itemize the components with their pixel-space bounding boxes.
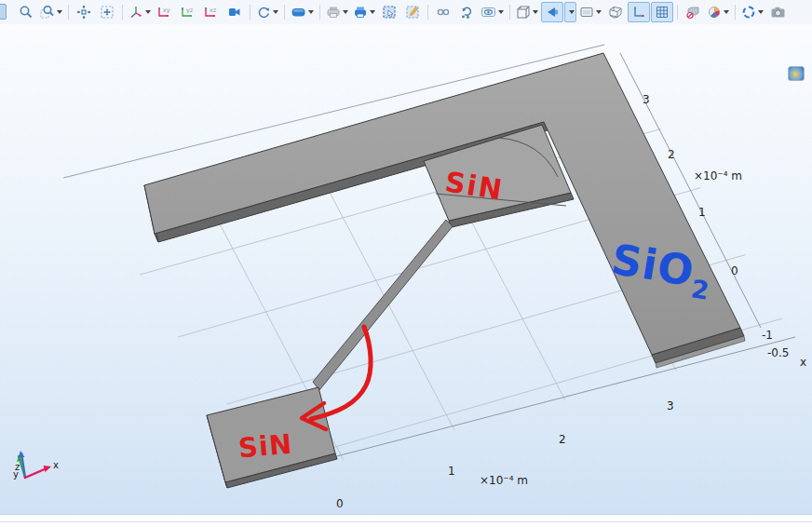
zoom-box-icon <box>40 5 55 20</box>
toolbar-separator <box>319 5 320 20</box>
go-to-yz-view-button[interactable]: yz <box>177 2 199 22</box>
zoom-extents-button[interactable] <box>73 2 95 22</box>
xy-view-icon: xy <box>156 5 173 20</box>
zoom-to-selection-button[interactable] <box>96 2 118 22</box>
rotate-dropdown[interactable] <box>273 10 278 14</box>
projection-dropdown-caret <box>569 10 575 14</box>
grid-icon <box>655 5 670 20</box>
xz-view-icon: xz <box>203 5 220 20</box>
y-axis-unit: ×10⁻⁴ m <box>694 169 742 182</box>
svg-text:xy: xy <box>163 7 170 14</box>
scene-light-button[interactable] <box>289 2 316 22</box>
zoom-out-button[interactable] <box>15 2 37 22</box>
visibility-icon <box>480 5 496 20</box>
visibility-button[interactable] <box>479 2 506 22</box>
color-theme-icon <box>707 5 722 20</box>
y-axis-tick: 1 <box>698 206 706 219</box>
reset-hiding-button[interactable] <box>455 2 478 22</box>
z-axis-tick: -0.5 <box>767 346 789 359</box>
y-axis-tick: 2 <box>668 148 675 161</box>
print-dropdown[interactable] <box>343 10 348 14</box>
x-axis-unit: ×10⁻⁴ m <box>480 474 528 487</box>
tether-beam[interactable] <box>313 220 453 390</box>
orientation-triad <box>17 451 51 478</box>
show-axis-orientation-button[interactable] <box>628 2 650 22</box>
transparency-dropdown[interactable] <box>533 10 538 14</box>
image-snapshot-dropdown[interactable] <box>370 10 375 14</box>
svg-text:xz: xz <box>210 7 217 14</box>
y-axis-tick: 0 <box>731 264 738 277</box>
image-snapshot-button[interactable] <box>351 2 377 22</box>
color-theme-dropdown[interactable] <box>724 10 729 14</box>
x-axis-tick: 2 <box>559 433 566 446</box>
projection-icon <box>545 5 560 20</box>
toolbar-separator <box>250 5 250 20</box>
toolbar-separator <box>427 5 428 20</box>
x-axis-tick: 3 <box>667 399 674 412</box>
triad-x-label: x <box>53 460 59 470</box>
visibility-dropdown[interactable] <box>498 10 504 14</box>
toolbar-separator <box>122 5 123 20</box>
toolbar-separator <box>284 5 285 20</box>
linked-views-icon <box>436 5 451 20</box>
clear-selection-brush-button[interactable] <box>401 2 424 22</box>
rotate-view-button[interactable] <box>254 2 280 22</box>
scene-window-icon <box>579 5 594 20</box>
linked-views-button[interactable] <box>432 2 454 22</box>
snapshot-camera-button[interactable] <box>766 2 789 22</box>
rotate-icon <box>256 5 271 20</box>
triad-y-label: y <box>13 469 19 480</box>
update-scene-button[interactable] <box>739 2 765 22</box>
projection-button[interactable] <box>541 2 563 22</box>
print-button[interactable] <box>324 2 350 22</box>
graphics-viewport[interactable]: 3 2 ×10⁻⁴ m 1 0 -1 -0.5 x 3 2 1 ×10⁻⁴ m … <box>0 24 812 515</box>
yz-view-icon: yz <box>180 5 196 20</box>
wireframe-icon <box>608 5 623 20</box>
toolbar-separator <box>68 5 69 20</box>
movie-camera-button[interactable] <box>223 2 246 22</box>
graphics-toolbar: xy yz xz <box>0 0 812 24</box>
go-to-xy-view-button[interactable]: xy <box>154 2 176 22</box>
brush-icon <box>405 5 420 20</box>
toolbar-separator <box>735 5 736 20</box>
scene-window-button[interactable] <box>577 2 603 22</box>
x-axis-tick: 0 <box>336 497 344 510</box>
panel-divider <box>0 521 812 522</box>
zoom-out-icon <box>19 5 34 20</box>
clipped-toolbar-icon <box>0 4 7 20</box>
zoom-extents-icon <box>76 5 91 20</box>
svg-text:yz: yz <box>186 7 194 14</box>
select-box-button[interactable] <box>378 2 400 22</box>
image-snapshot-icon <box>353 5 368 20</box>
x-axis-tick: 1 <box>448 465 455 478</box>
x-axis-line <box>279 337 795 471</box>
toolbar-separator <box>677 5 678 20</box>
transparency-icon <box>516 5 531 20</box>
default-3d-view-icon <box>129 5 143 20</box>
print-icon <box>326 5 341 20</box>
go-to-default-3d-view-button[interactable] <box>127 2 153 22</box>
select-box-icon <box>382 5 397 20</box>
projection-dropdown[interactable] <box>564 2 576 22</box>
scene-window-dropdown[interactable] <box>596 10 602 14</box>
zoom-box-dropdown[interactable] <box>57 10 62 14</box>
scene-thumbnail-button[interactable] <box>788 66 805 81</box>
hide-objects-button[interactable] <box>682 2 704 22</box>
update-scene-dropdown[interactable] <box>758 10 764 14</box>
scene-light-dropdown[interactable] <box>308 10 314 14</box>
y-axis-tick: 3 <box>643 93 650 106</box>
y-axis-tick: -1 <box>762 329 773 342</box>
transparency-button[interactable] <box>514 2 540 22</box>
go-to-xz-view-button[interactable]: xz <box>200 2 223 22</box>
wireframe-rendering-button[interactable] <box>604 2 627 22</box>
scene-light-icon <box>291 5 306 20</box>
zoom-to-selection-icon <box>100 5 115 20</box>
zoom-box-button[interactable] <box>38 2 64 22</box>
hide-objects-icon <box>685 5 700 20</box>
pad-annotation-sin: SiN <box>237 428 294 465</box>
color-theme-button[interactable] <box>705 2 731 22</box>
default-view-dropdown[interactable] <box>145 10 151 14</box>
update-scene-icon <box>741 5 756 20</box>
toolbar-separator <box>509 5 510 20</box>
show-grid-button[interactable] <box>651 2 673 22</box>
